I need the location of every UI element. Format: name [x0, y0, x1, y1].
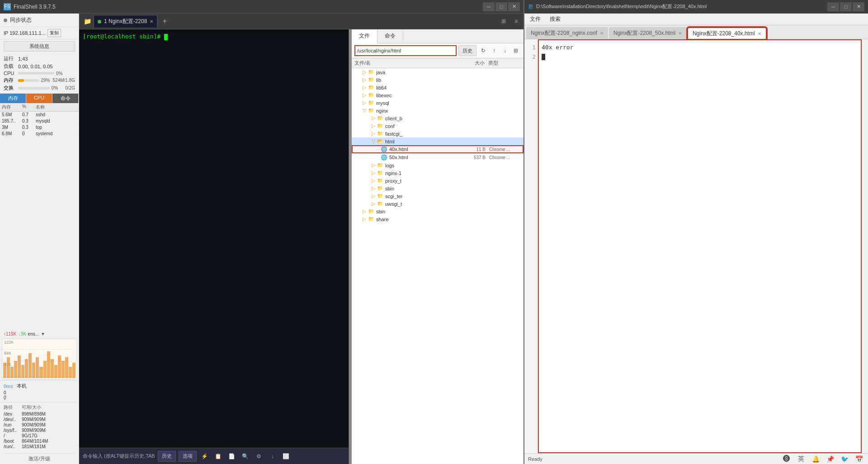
taskbar-icon-3[interactable]: 🔔	[810, 454, 821, 464]
right-tab-close-50x[interactable]: ✕	[678, 31, 682, 36]
net-upload: ↑115K	[4, 331, 16, 336]
right-tab-40x[interactable]: Nginx配置-2208_40x.html ✕	[687, 27, 766, 39]
tree-item-client-b[interactable]: ▷ 📁 client_b	[352, 114, 524, 122]
tree-item-fastcgi[interactable]: ▷ 📁 fastcgi_	[352, 130, 524, 137]
tree-item-conf[interactable]: ▷ 📁 conf	[352, 122, 524, 130]
disk-col-path: 路径	[4, 404, 22, 411]
session-tab-close-icon[interactable]: ✕	[150, 19, 153, 24]
editor-scrollbar[interactable]	[862, 39, 868, 453]
right-tab-close-nginx-conf[interactable]: ✕	[600, 31, 604, 36]
copy-icon[interactable]: 📋	[213, 451, 224, 462]
taskbar-icon-1[interactable]: 🅢	[781, 454, 792, 464]
file-icon-50x: 🌐	[381, 154, 387, 161]
create-folder-icon[interactable]: ⊞	[511, 46, 521, 56]
tree-item-html[interactable]: ▽ 📂 html	[352, 137, 524, 145]
search-icon[interactable]: 🔍	[240, 451, 251, 462]
uwsgi-folder-icon: 📁	[377, 201, 383, 207]
tree-item-proxyt[interactable]: ▷ 📁 proxy_t	[352, 177, 524, 185]
tree-item-sbin-sub[interactable]: ▷ 📁 sbin	[352, 185, 524, 192]
tree-item-uwsgi[interactable]: ▷ 📁 uwsgi_t	[352, 200, 524, 208]
grid-icon[interactable]: ⊞	[498, 16, 509, 27]
right-minimize-button[interactable]: ─	[827, 2, 839, 11]
settings-icon[interactable]: ⚙	[254, 451, 264, 462]
share-folder-icon: 📁	[368, 216, 374, 222]
taskbar-icon-2[interactable]: 英	[796, 454, 807, 464]
tree-item-nginx1[interactable]: ▷ 📁 nginx-1	[352, 169, 524, 177]
net-interface[interactable]: ens...	[28, 331, 39, 336]
tree-item-mysql[interactable]: ▷ 📁 mysql	[352, 99, 524, 107]
history-button[interactable]: 历史	[158, 451, 176, 462]
tree-item-share[interactable]: ▷ 📁 share	[352, 215, 524, 223]
folder-icon[interactable]: 📁	[81, 15, 94, 28]
maximize-button[interactable]: □	[495, 2, 507, 11]
fullscreen-icon[interactable]: ⬜	[281, 451, 292, 462]
download-file-icon[interactable]: ↓	[500, 46, 510, 56]
copy-ip-button[interactable]: 复制	[47, 29, 61, 37]
taskbar-icon-6[interactable]: 📅	[854, 454, 864, 464]
folder-collapse-icon: ▷	[372, 185, 375, 191]
close-button[interactable]: ✕	[508, 2, 520, 11]
tree-item-50x[interactable]: 🌐 50x.html 537 B Chrome ...	[352, 153, 524, 161]
menu-icon[interactable]: ≡	[511, 16, 522, 27]
sys-info-button[interactable]: 系统信息	[4, 41, 75, 52]
disk-row-root: / 9G/17G	[4, 433, 75, 438]
right-tab-label-nginx-conf: Nginx配置-2208_nginx.conf	[531, 29, 597, 37]
tree-item-java[interactable]: ▷ 📁 java	[352, 68, 524, 76]
menu-item-file[interactable]: 文件	[528, 14, 542, 24]
sidebar-tab-mem[interactable]: 内存	[0, 94, 26, 103]
tree-item-libexec[interactable]: ▷ 📁 libexec	[352, 91, 524, 99]
activate-button[interactable]: 激活/升级	[4, 453, 75, 462]
tree-item-sbin-top[interactable]: ▷ 📁 sbin	[352, 208, 524, 215]
right-close-button[interactable]: ✕	[853, 2, 864, 11]
sidebar-tab-cpu[interactable]: CPU	[26, 94, 52, 103]
taskbar-icon-4[interactable]: 📌	[825, 454, 835, 464]
right-tab-50x[interactable]: Nginx配置-2208_50x.html ✕	[609, 27, 686, 39]
sync-label: 同步状态	[10, 16, 32, 24]
ip-label: IP 192.168.111.1...	[4, 30, 46, 36]
folder-collapse-icon: ▷	[363, 85, 366, 90]
chart-bar	[69, 367, 72, 378]
tree-item-40x[interactable]: 🌐 40x.html 11 B Chrome ...	[352, 145, 524, 153]
libexec-folder-icon: 📁	[368, 92, 374, 98]
options-button[interactable]: 选项	[179, 451, 197, 462]
add-tab-button[interactable]: +	[159, 16, 170, 27]
ping-row: 0ms 本机	[4, 383, 75, 389]
file-tab-cmd[interactable]: 命令	[377, 29, 403, 43]
tree-item-logs[interactable]: ▷ 📁 logs	[352, 161, 524, 169]
tree-item-nginx[interactable]: ▽ 📁 nginx	[352, 107, 524, 114]
disk-row-dev: /dev 898M/898M	[4, 412, 75, 417]
minimize-button[interactable]: ─	[483, 2, 495, 11]
file-history-button[interactable]: 历史	[458, 45, 476, 56]
right-tab-nginx-conf[interactable]: Nginx配置-2208_nginx.conf ✕	[526, 27, 608, 39]
run-time-row: 运行 1:43	[4, 55, 75, 62]
upload-icon[interactable]: ↑	[489, 46, 499, 56]
refresh-icon[interactable]: ↻	[478, 46, 488, 56]
tree-item-lib64[interactable]: ▷ 📁 lib64	[352, 84, 524, 91]
session-tab-1[interactable]: 1 Nginx配置-2208 ✕	[94, 15, 157, 28]
app-icon: FS	[4, 3, 11, 10]
download-icon[interactable]: ↓	[267, 451, 278, 462]
sidebar-tab-cmd[interactable]: 命令	[52, 94, 79, 103]
proc-header-pct: %	[22, 104, 36, 110]
terminal-input-label: 命令输入 (按ALT键提示历史,TAB	[83, 453, 155, 459]
sbin-folder-icon: 📁	[368, 208, 374, 214]
folder-collapse-icon: ▷	[372, 170, 375, 176]
net-dropdown-icon[interactable]: ▼	[41, 331, 45, 336]
tree-item-lib[interactable]: ▷ 📁 lib	[352, 76, 524, 84]
taskbar-icon-5[interactable]: 🐦	[839, 454, 850, 464]
file-tab-files[interactable]: 文件	[352, 29, 377, 43]
right-tab-close-40x[interactable]: ✕	[758, 31, 761, 36]
proc-row-mysqld: 185.7.. 0.3 mysqld	[0, 118, 79, 124]
tree-item-scgi[interactable]: ▷ 📁 scgi_ter	[352, 192, 524, 200]
tab-right-controls: ⊞ ≡	[498, 16, 522, 27]
html-folder-icon: 📂	[377, 138, 383, 144]
lightning-icon[interactable]: ⚡	[199, 451, 210, 462]
paste-icon[interactable]: 📄	[226, 451, 237, 462]
editor-content[interactable]: 40x error	[538, 39, 862, 453]
run-label: 运行	[4, 55, 16, 62]
file-path-input[interactable]	[354, 45, 457, 56]
folder-collapse-icon: ▷	[372, 115, 375, 121]
menu-item-search[interactable]: 搜索	[548, 14, 562, 24]
right-maximize-button[interactable]: □	[840, 2, 852, 11]
mem-bar	[18, 79, 24, 82]
